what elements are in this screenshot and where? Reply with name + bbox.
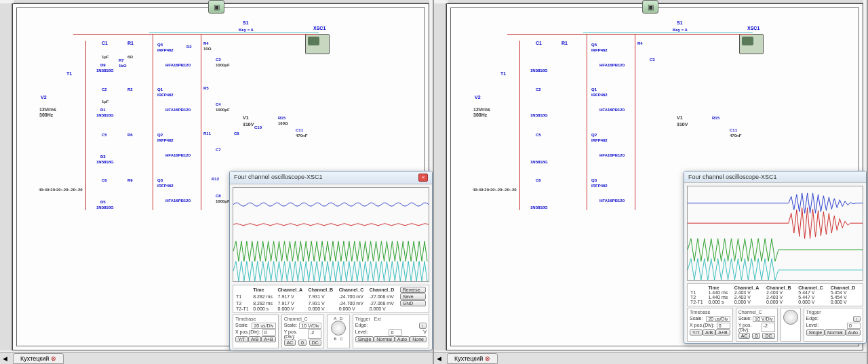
left-pane: ▣ V2 12Vrms300Hz T1 40:40:20:20:-20:-20:… [0, 0, 434, 364]
ch-ypos-input[interactable]: -2 [762, 323, 775, 332]
osc-readout: TimeChannel_AChannel_BChannel_CChannel_D… [687, 283, 863, 306]
r5: R5 [203, 85, 209, 91]
d3-val: 1N5818G [96, 159, 114, 165]
ch-ypos-input[interactable]: -2 [308, 329, 321, 339]
d4-val: HFA16PB120 [165, 107, 191, 113]
tab-bar: ◀ Кухтецкий ⊗ [434, 352, 867, 364]
timebase-group: Timebase Scale:20 us/Div X pos.(Div):0 Y… [687, 308, 733, 342]
r11: R11 [203, 131, 211, 136]
scope-ref: XSC1 [313, 26, 326, 31]
close-icon[interactable]: × [418, 174, 428, 182]
d9-val: 1N5818G [96, 68, 114, 73]
zero-button[interactable]: 0 [298, 340, 307, 346]
tab-close-icon[interactable]: ⊗ [51, 355, 56, 362]
c2: C2 [536, 87, 541, 92]
r2: R2 [127, 87, 133, 92]
wire [519, 41, 520, 210]
tab-bar: ◀ Кухтецкий ⊗ [0, 352, 433, 364]
ch-scale-input[interactable]: 10 V/Div [753, 316, 774, 322]
r12: R12 [212, 176, 219, 182]
channel-dial[interactable] [783, 310, 798, 325]
d8-val: HFA16PB120 [165, 198, 191, 203]
channel-dial[interactable] [331, 321, 346, 336]
channel-group: Channel_C Scale:10 V/Div Y pos.(Div):-2 … [281, 315, 324, 348]
q1: Q1 [591, 87, 597, 92]
auto-button[interactable]: Auto [395, 336, 410, 342]
osc-trace-area[interactable] [233, 187, 429, 282]
osc-trace-area[interactable] [687, 186, 863, 281]
edge-button[interactable]: ↑ [853, 316, 861, 322]
d5-val: 1N5818G [96, 205, 114, 210]
switch-s1: S1 [677, 20, 683, 26]
ruler-vertical [0, 3, 12, 350]
timebase-xpos-input[interactable]: 0 [262, 329, 276, 336]
ac-button[interactable]: AC [738, 333, 751, 339]
ab-button[interactable]: A/B [248, 336, 261, 342]
r15-val: 100Ω [278, 121, 288, 126]
wire [73, 34, 317, 35]
trace-svg [688, 186, 863, 280]
q3: Q3 [591, 178, 597, 183]
wire-probe [583, 33, 753, 33]
timebase-xpos-input[interactable]: 0 [717, 323, 730, 329]
c8-val: 1000pF [216, 199, 230, 204]
apb-button[interactable]: A+B [715, 329, 730, 336]
level-input[interactable]: 0 [389, 329, 402, 336]
channel-group: Channel_C Scale:10 V/Div Y pos.(Div):-2 … [736, 308, 778, 342]
page-nav-icon[interactable]: ▣ [642, 0, 658, 14]
single-button[interactable]: Single [355, 336, 374, 342]
zero-button[interactable]: 0 [752, 333, 760, 339]
d1-val: 1N5818G [530, 113, 548, 118]
q3-val: IRFP462 [157, 183, 174, 188]
d9-val: 1N5818G [530, 68, 548, 73]
auto-button[interactable]: Auto [846, 329, 861, 336]
tab-sheet[interactable]: Кухтецкий ⊗ [13, 353, 64, 364]
scope-ref: XSC1 [747, 26, 760, 31]
ac-button[interactable]: AC [284, 340, 296, 346]
scope-symbol[interactable] [305, 34, 330, 54]
edge-button[interactable]: ↑ [419, 323, 427, 329]
r6: R6 [127, 132, 133, 138]
scope-symbol[interactable] [739, 34, 764, 54]
yt-button[interactable]: Y/T [235, 336, 248, 342]
timebase-scale-input[interactable]: 20 us/Div [252, 323, 275, 329]
single-button[interactable]: Single [806, 329, 825, 336]
d5-val: 1N5818G [530, 205, 548, 210]
osc-titlebar[interactable]: Four channel oscilloscope-XSC1 × [230, 171, 432, 184]
timebase-scale-input[interactable]: 20 us/Div [706, 316, 730, 322]
q2-val: IRFP462 [157, 138, 174, 143]
r15: R15 [278, 115, 285, 121]
source-v2: V2 [41, 95, 47, 100]
q5-val: IRFP462 [157, 47, 174, 53]
q2-val: IRFP462 [591, 138, 608, 143]
dc-button[interactable]: DC [762, 333, 774, 339]
oscilloscope-window[interactable]: Four channel oscilloscope-XSC1 × TimeCha… [229, 171, 433, 350]
tab-prev-icon[interactable]: ◀ [0, 355, 10, 362]
tab-sheet[interactable]: Кухтецкий ⊗ [447, 353, 498, 364]
dc-button[interactable]: DC [309, 340, 321, 346]
transformer-ratio: 40:40:20:20:-20:-20:-20 [39, 187, 83, 193]
c4-val: 1000pF [216, 107, 230, 113]
ch-scale-input[interactable]: 10 V/Div [299, 323, 321, 329]
apb-button[interactable]: A+B [261, 336, 275, 342]
tab-prev-icon[interactable]: ◀ [434, 355, 444, 362]
yt-button[interactable]: Y/T [690, 329, 703, 336]
q5: Q5 [591, 42, 597, 47]
gnd-button[interactable]: GND [400, 300, 426, 306]
osc-titlebar[interactable]: Four channel oscilloscope-XSC1 [684, 171, 866, 183]
c11: C11 [730, 127, 737, 133]
d2: D2 [186, 44, 192, 49]
save-button[interactable]: Save [400, 294, 426, 300]
oscilloscope-window[interactable]: Four channel oscilloscope-XSC1 TimeChann… [684, 171, 867, 344]
osc-readout: TimeChannel_AChannel_BChannel_CChannel_D… [233, 285, 429, 313]
normal-button[interactable]: Normal [374, 336, 395, 342]
q3: Q3 [157, 178, 163, 183]
reverse-button[interactable]: Reverse [400, 287, 426, 293]
tab-close-icon[interactable]: ⊗ [485, 355, 490, 362]
page-nav-icon[interactable]: ▣ [208, 0, 224, 14]
ab-button[interactable]: A/B [703, 329, 715, 336]
q5: Q5 [157, 42, 163, 47]
level-input[interactable]: 0 [847, 323, 861, 329]
normal-button[interactable]: Normal [825, 329, 846, 336]
none-button[interactable]: None [410, 336, 427, 342]
